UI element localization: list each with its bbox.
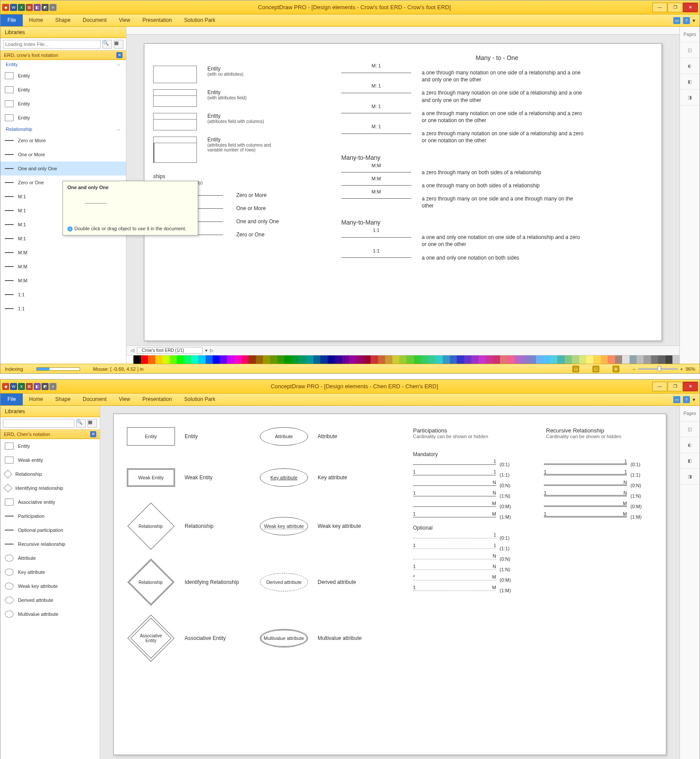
- color-swatch[interactable]: [270, 355, 277, 364]
- color-swatch[interactable]: [500, 355, 507, 364]
- page-next-button[interactable]: ▷: [210, 348, 214, 353]
- color-swatch[interactable]: [227, 355, 234, 364]
- status-tool-1[interactable]: ◲: [572, 365, 579, 372]
- color-swatch[interactable]: [378, 355, 385, 364]
- color-swatch[interactable]: [514, 355, 522, 364]
- color-swatch[interactable]: [213, 355, 220, 364]
- color-swatch[interactable]: [141, 355, 148, 364]
- restore-button-2[interactable]: ❐: [668, 382, 682, 391]
- library-item-relationship[interactable]: 1:1: [0, 288, 126, 302]
- menu-view[interactable]: View: [113, 14, 136, 26]
- close-button[interactable]: ✕: [683, 3, 698, 12]
- color-swatch[interactable]: [622, 355, 629, 364]
- color-swatch[interactable]: [177, 355, 184, 364]
- color-swatch[interactable]: [644, 355, 651, 364]
- color-swatch[interactable]: [148, 355, 155, 364]
- zoom-control[interactable]: − + 96%: [633, 366, 695, 372]
- page-prev-button[interactable]: ◁: [131, 348, 134, 353]
- color-swatch[interactable]: [651, 355, 658, 364]
- color-swatch[interactable]: [471, 355, 478, 364]
- menu-file[interactable]: File: [0, 14, 23, 26]
- library-item-entity[interactable]: Entity: [0, 111, 126, 125]
- color-swatch[interactable]: [493, 355, 500, 364]
- side-tool-3[interactable]: ◧: [680, 74, 700, 90]
- library-item-relationship[interactable]: Zero or More: [0, 134, 126, 148]
- color-swatch[interactable]: [450, 355, 457, 364]
- zoom-in-icon[interactable]: +: [680, 366, 683, 372]
- color-swatch[interactable]: [198, 355, 205, 364]
- minimize-button-2[interactable]: —: [652, 382, 667, 391]
- color-swatch[interactable]: [414, 355, 421, 364]
- help-icon-2[interactable]: ?: [683, 396, 690, 403]
- color-swatch[interactable]: [320, 355, 327, 364]
- library-item-chen[interactable]: Weak key attribute: [0, 579, 100, 593]
- color-swatch[interactable]: [565, 355, 572, 364]
- color-swatch[interactable]: [529, 355, 536, 364]
- color-swatch[interactable]: [522, 355, 528, 364]
- menu-solution-park[interactable]: Solution Park: [178, 14, 221, 26]
- side-tool-1b[interactable]: ◱: [680, 422, 700, 437]
- side-tool-4[interactable]: ◨: [680, 90, 700, 105]
- library-item-chen[interactable]: Relationship: [0, 467, 100, 481]
- status-tool-2[interactable]: ◱: [592, 365, 599, 372]
- library-item-entity[interactable]: Entity: [0, 83, 126, 97]
- color-swatch[interactable]: [256, 355, 263, 364]
- color-swatch[interactable]: [658, 355, 665, 364]
- color-swatch[interactable]: [306, 355, 313, 364]
- color-swatch[interactable]: [428, 355, 435, 364]
- menu-document[interactable]: Document: [77, 14, 113, 26]
- color-swatch[interactable]: [672, 355, 679, 364]
- library-group-relationship[interactable]: Relationship︿: [0, 125, 126, 134]
- menu-view-2[interactable]: View: [113, 394, 136, 405]
- side-tool-4b[interactable]: ◨: [680, 469, 700, 485]
- color-swatch[interactable]: [486, 355, 493, 364]
- color-swatch[interactable]: [357, 355, 364, 364]
- side-tool-3b[interactable]: ◧: [680, 453, 700, 469]
- color-swatch[interactable]: [421, 355, 428, 364]
- close-section-icon[interactable]: ✕: [116, 52, 122, 58]
- pages-panel-tab[interactable]: Pages: [680, 27, 700, 42]
- library-item-chen[interactable]: Participation: [0, 509, 100, 523]
- library-item-chen[interactable]: Multivalue attribute: [0, 607, 100, 621]
- library-item-relationship[interactable]: 1:1: [0, 302, 126, 316]
- color-swatch[interactable]: [349, 355, 356, 364]
- page-tab[interactable]: Crow's foot ERD (1/1): [137, 347, 203, 354]
- color-swatch[interactable]: [292, 355, 299, 364]
- close-section-icon-2[interactable]: ✕: [90, 431, 96, 437]
- library-item-chen[interactable]: Key attribute: [0, 565, 100, 579]
- library-item-chen[interactable]: Identifying relationship: [0, 481, 100, 495]
- color-swatch[interactable]: [457, 355, 464, 364]
- collapse-ribbon-icon-2[interactable]: ▾: [693, 397, 695, 403]
- library-tool-button-2[interactable]: ▦: [88, 419, 97, 428]
- color-swatch[interactable]: [191, 355, 198, 364]
- color-swatch[interactable]: [443, 355, 450, 364]
- library-item-chen[interactable]: Weak entity: [0, 453, 100, 467]
- library-item-chen[interactable]: Attribute: [0, 551, 100, 565]
- menu-shape-2[interactable]: Shape: [49, 394, 77, 405]
- menu-solution-park-2[interactable]: Solution Park: [178, 394, 221, 405]
- library-search-input[interactable]: [3, 40, 101, 49]
- library-item-entity[interactable]: Entity: [0, 69, 126, 83]
- zoom-out-icon[interactable]: −: [633, 366, 635, 372]
- color-swatch[interactable]: [184, 355, 191, 364]
- side-tool-2b[interactable]: ◐: [680, 437, 700, 453]
- document-canvas[interactable]: Entity(with no attributes)Entity(with at…: [144, 43, 662, 341]
- window-state-icon-2[interactable]: ▭: [673, 396, 680, 403]
- color-swatch[interactable]: [242, 355, 248, 364]
- library-tool-button[interactable]: ▦: [114, 40, 123, 49]
- library-item-relationship[interactable]: One and only One: [0, 162, 126, 176]
- collapse-ribbon-icon[interactable]: ▾: [693, 18, 695, 24]
- library-section-header[interactable]: ERD, crow's foot notation ✕: [0, 50, 126, 60]
- color-swatch[interactable]: [385, 355, 392, 364]
- color-swatch[interactable]: [406, 355, 413, 364]
- document-canvas-2[interactable]: EntityEntityAttributeAttributeWeak Entit…: [113, 414, 666, 755]
- color-swatch[interactable]: [630, 355, 637, 364]
- library-item-entity[interactable]: Entity: [0, 97, 126, 111]
- library-item-chen[interactable]: Entity: [0, 439, 100, 453]
- canvas-area-2[interactable]: EntityEntityAttributeAttributeWeak Entit…: [100, 406, 679, 759]
- color-swatch[interactable]: [342, 355, 349, 364]
- color-swatch[interactable]: [335, 355, 342, 364]
- library-item-chen[interactable]: Recursive relationship: [0, 537, 100, 551]
- menu-home[interactable]: Home: [23, 14, 49, 26]
- color-swatch[interactable]: [126, 355, 133, 364]
